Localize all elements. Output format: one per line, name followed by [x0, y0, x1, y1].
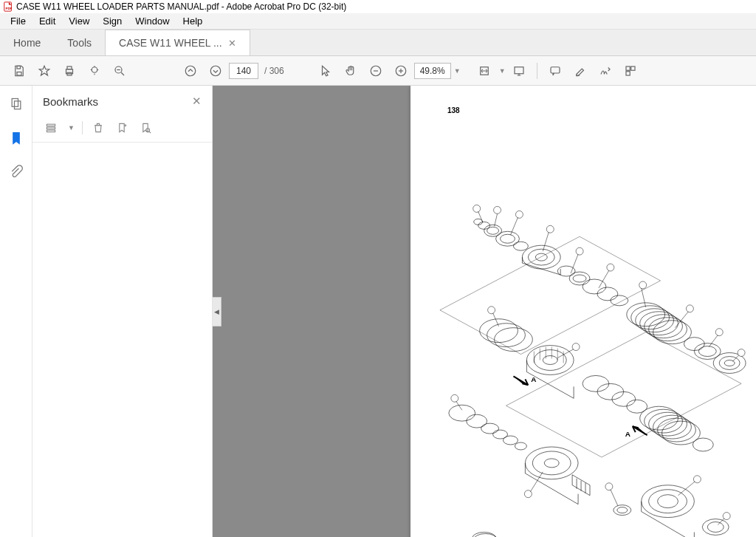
star-icon[interactable] [32, 59, 56, 83]
more-tools-icon[interactable] [619, 59, 642, 83]
print-icon[interactable] [58, 59, 81, 83]
svg-line-105 [478, 211, 483, 222]
svg-point-36 [501, 234, 515, 243]
svg-point-11 [185, 66, 196, 76]
menu-window[interactable]: Window [129, 14, 175, 28]
svg-rect-20 [551, 66, 560, 72]
svg-point-73 [467, 414, 487, 428]
svg-point-112 [576, 247, 583, 255]
svg-point-37 [513, 242, 528, 250]
close-tab-icon[interactable]: ✕ [228, 38, 236, 49]
svg-point-40 [535, 253, 547, 261]
svg-point-49 [636, 309, 674, 332]
toolbar-separator [537, 63, 537, 79]
bookmark-options-dropdown-icon[interactable]: ▼ [68, 124, 75, 131]
svg-point-60 [480, 319, 518, 343]
svg-rect-19 [515, 66, 523, 73]
svg-point-45 [597, 287, 618, 301]
svg-point-120 [715, 329, 723, 336]
zoom-level-input[interactable] [414, 63, 451, 79]
bookmarks-separator [82, 121, 83, 134]
svg-point-64 [534, 350, 566, 371]
sign-icon[interactable] [594, 59, 617, 83]
page-total-label: / 306 [260, 66, 289, 76]
svg-point-50 [640, 312, 678, 335]
tab-home[interactable]: Home [0, 30, 54, 55]
page-number-input[interactable] [229, 63, 258, 79]
zoom-in-icon[interactable] [389, 59, 413, 83]
menu-view[interactable]: View [63, 14, 95, 28]
page-number-label: 138 [447, 106, 460, 114]
svg-point-88 [640, 406, 678, 430]
menu-help[interactable]: Help [177, 14, 209, 28]
svg-point-41 [557, 266, 575, 276]
new-bookmark-icon[interactable] [114, 120, 130, 136]
main-area: Bookmarks ✕ ▼ ◀ 138 780521 A [0, 86, 756, 537]
svg-point-76 [504, 436, 518, 445]
svg-point-100 [614, 505, 631, 516]
tab-document[interactable]: CASE W11 WHEEL ... ✕ [105, 30, 250, 55]
fit-width-icon[interactable] [472, 59, 496, 83]
zoom-out-icon[interactable] [364, 59, 388, 83]
svg-point-99 [707, 522, 724, 533]
delete-bookmark-icon[interactable] [90, 120, 106, 136]
page-up-icon[interactable] [179, 59, 202, 83]
svg-point-84 [583, 375, 609, 391]
toolbar: / 306 ▼ ▼ [0, 56, 756, 86]
svg-point-77 [515, 442, 526, 450]
svg-rect-28 [47, 130, 55, 131]
comment-icon[interactable] [543, 59, 567, 83]
bookmarks-title: Bookmarks [43, 95, 98, 108]
svg-point-128 [451, 394, 458, 402]
tab-document-label: CASE W11 WHEEL ... [119, 37, 222, 49]
svg-line-117 [642, 288, 646, 307]
parts-diagram: A A [425, 137, 756, 537]
svg-rect-26 [47, 124, 55, 126]
svg-rect-27 [47, 127, 55, 129]
svg-text:PDF: PDF [6, 7, 13, 10]
menu-file[interactable]: File [4, 14, 32, 28]
zoom-out-magnifier-icon[interactable] [108, 59, 131, 83]
svg-point-48 [631, 306, 670, 329]
document-viewport[interactable]: ◀ 138 780521 A [213, 86, 756, 537]
page-down-icon[interactable] [204, 59, 227, 83]
share-icon[interactable] [83, 59, 106, 83]
menu-sign[interactable]: Sign [97, 14, 128, 28]
bookmark-options-icon[interactable] [43, 120, 59, 136]
svg-point-132 [605, 483, 613, 490]
highlight-icon[interactable] [568, 59, 592, 83]
svg-point-46 [611, 295, 628, 306]
thumbnails-panel-icon[interactable] [7, 95, 26, 114]
tab-tools[interactable]: Tools [54, 30, 105, 55]
menu-bar: File Edit View Sign Window Help [0, 13, 756, 30]
hand-tool-icon[interactable] [339, 59, 362, 83]
close-panel-icon[interactable]: ✕ [192, 95, 202, 108]
save-icon[interactable] [7, 59, 31, 83]
menu-edit[interactable]: Edit [33, 14, 61, 28]
collapse-panel-handle[interactable]: ◀ [213, 297, 221, 326]
selection-tool-icon[interactable] [314, 59, 337, 83]
svg-point-43 [573, 275, 586, 282]
read-mode-icon[interactable] [507, 59, 531, 83]
svg-point-31 [474, 219, 483, 225]
zoom-dropdown-icon[interactable]: ▼ [454, 67, 461, 75]
bookmarks-panel-icon[interactable] [7, 129, 26, 148]
svg-point-39 [528, 249, 554, 265]
svg-line-113 [571, 254, 578, 273]
bookmarks-toolbar: ▼ [32, 117, 212, 143]
find-bookmark-icon[interactable] [137, 120, 154, 136]
svg-rect-25 [14, 101, 20, 109]
svg-rect-5 [67, 66, 72, 69]
fit-dropdown-icon[interactable]: ▼ [499, 67, 506, 75]
svg-point-98 [702, 519, 729, 536]
svg-point-97 [658, 495, 678, 508]
attachments-panel-icon[interactable] [7, 163, 26, 182]
svg-line-131 [530, 472, 543, 492]
bookmarks-panel: Bookmarks ✕ ▼ [32, 86, 213, 537]
svg-line-133 [611, 490, 618, 506]
svg-point-95 [642, 485, 695, 518]
svg-rect-24 [12, 99, 18, 107]
document-page: 138 780521 A [410, 86, 756, 537]
svg-line-111 [543, 232, 549, 251]
svg-rect-21 [626, 66, 630, 70]
